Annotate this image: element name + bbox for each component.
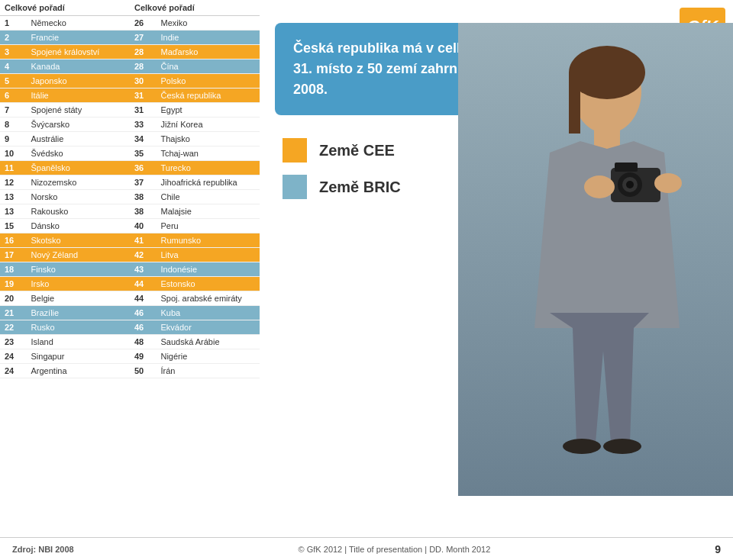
right-rank: 44 (130, 277, 156, 291)
right-country: Egypt (156, 103, 260, 117)
left-country: Finsko (26, 262, 130, 277)
legend-box-orange (283, 138, 307, 163)
left-rank: 13 (0, 190, 26, 204)
right-rank: 31 (130, 103, 156, 117)
svg-point-13 (563, 439, 601, 454)
right-country: Chile (156, 190, 260, 204)
left-country: Švédsko (26, 146, 130, 161)
right-country: Čína (156, 60, 260, 74)
left-rank: 10 (0, 146, 26, 161)
footer-page: 9 (715, 543, 721, 555)
left-rank: 17 (0, 248, 26, 262)
right-rank: 46 (130, 320, 156, 335)
footer: Zdroj: NBI 2008 © GfK 2012 | Title of pr… (0, 537, 733, 560)
right-country: Spoj. arabské emiráty (156, 291, 260, 306)
right-rank: 35 (130, 146, 156, 161)
left-rank: 13 (0, 204, 26, 219)
left-rank: 11 (0, 161, 26, 175)
right-rank: 26 (130, 16, 156, 31)
svg-point-10 (626, 181, 634, 188)
svg-rect-4 (569, 72, 580, 134)
right-rank: 42 (130, 248, 156, 262)
right-rank: 40 (130, 219, 156, 233)
left-rank: 2 (0, 31, 26, 45)
right-rank: 38 (130, 204, 156, 219)
right-section: GfK Česká republika má v celkovém pořadí… (260, 0, 733, 537)
left-rank: 21 (0, 306, 26, 320)
right-rank: 49 (130, 349, 156, 364)
left-country: Itálie (26, 89, 130, 103)
left-rank: 19 (0, 277, 26, 291)
legend-box-blue (283, 175, 307, 199)
right-country: Saudská Arábie (156, 335, 260, 349)
left-rank: 12 (0, 175, 26, 190)
left-country: Irsko (26, 277, 130, 291)
right-country: Nigérie (156, 349, 260, 364)
right-rank: 46 (130, 306, 156, 320)
left-country: Belgie (26, 291, 130, 306)
right-rank: 37 (130, 175, 156, 190)
page-container: Celkové pořadí Celkové pořadí 1Německo26… (0, 0, 733, 560)
left-country: Španělsko (26, 161, 130, 175)
left-country: Spojené státy (26, 103, 130, 117)
left-country: Japonsko (26, 74, 130, 89)
right-rank: 41 (130, 233, 156, 248)
footer-source: Zdroj: NBI 2008 (12, 545, 74, 554)
left-country: Argentina (26, 364, 130, 378)
left-country: Nizozemsko (26, 175, 130, 190)
right-country: Ekvádor (156, 320, 260, 335)
svg-point-11 (584, 175, 615, 198)
right-rank: 30 (130, 74, 156, 89)
right-country: Maďarsko (156, 45, 260, 60)
left-country: Brazílie (26, 306, 130, 320)
left-country: Dánsko (26, 219, 130, 233)
left-rank: 24 (0, 364, 26, 378)
left-country: Rakousko (26, 204, 130, 219)
left-country: Rusko (26, 320, 130, 335)
left-rank: 9 (0, 132, 26, 146)
right-rank: 28 (130, 60, 156, 74)
right-rank: 36 (130, 161, 156, 175)
left-country: Austrálie (26, 132, 130, 146)
legend-bric-label: Země BRIC (319, 179, 401, 196)
left-rank: 7 (0, 103, 26, 117)
ranking-table: Celkové pořadí Celkové pořadí 1Německo26… (0, 0, 260, 378)
right-country: Thajsko (156, 132, 260, 146)
left-country: Francie (26, 31, 130, 45)
table-section: Celkové pořadí Celkové pořadí 1Německo26… (0, 0, 260, 537)
svg-rect-7 (615, 163, 638, 172)
left-country: Singapur (26, 349, 130, 364)
left-country: Nový Zéland (26, 248, 130, 262)
left-rank: 16 (0, 233, 26, 248)
right-country: Estonsko (156, 277, 260, 291)
left-rank: 18 (0, 262, 26, 277)
left-country: Norsko (26, 190, 130, 204)
right-country: Jižní Korea (156, 117, 260, 132)
legend-cee-label: Země CEE (319, 142, 395, 159)
header-right: Celkové pořadí (130, 0, 260, 16)
photo-svg (458, 23, 733, 496)
left-rank: 22 (0, 320, 26, 335)
right-country: Kuba (156, 306, 260, 320)
right-country: Litva (156, 248, 260, 262)
left-rank: 4 (0, 60, 26, 74)
left-country: Island (26, 335, 130, 349)
right-country: Turecko (156, 161, 260, 175)
right-rank: 31 (130, 89, 156, 103)
right-rank: 48 (130, 335, 156, 349)
right-rank: 38 (130, 190, 156, 204)
left-rank: 24 (0, 349, 26, 364)
left-rank: 6 (0, 89, 26, 103)
photo-area (458, 23, 733, 496)
right-country: Tchaj-wan (156, 146, 260, 161)
svg-point-12 (654, 173, 682, 193)
right-country: Írán (156, 364, 260, 378)
left-rank: 15 (0, 219, 26, 233)
left-rank: 1 (0, 16, 26, 31)
right-rank: 43 (130, 262, 156, 277)
left-country: Kanada (26, 60, 130, 74)
right-country: Česká republika (156, 89, 260, 103)
right-rank: 34 (130, 132, 156, 146)
main-content: Celkové pořadí Celkové pořadí 1Německo26… (0, 0, 733, 537)
svg-point-14 (603, 439, 641, 454)
